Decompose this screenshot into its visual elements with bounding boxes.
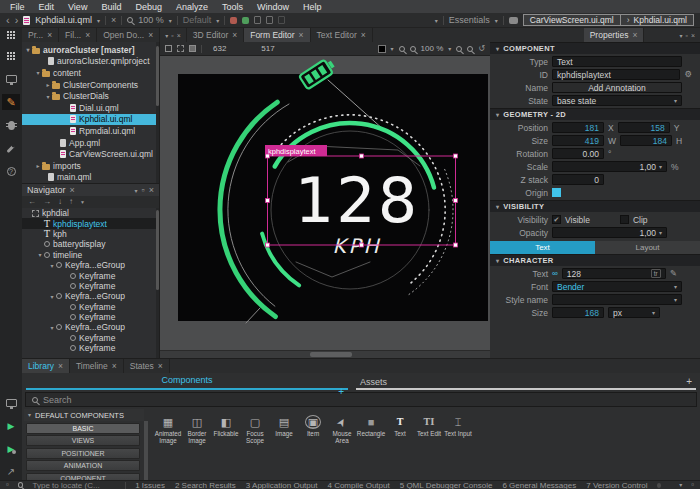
navigator-item[interactable]: Keyframe xyxy=(22,333,159,343)
component-item[interactable]: Text xyxy=(386,415,414,445)
zoom-in-icon[interactable] xyxy=(410,46,416,52)
reset-view-icon[interactable] xyxy=(478,45,485,53)
collapse-icon[interactable] xyxy=(496,111,499,119)
breadcrumb-item[interactable]: CarViewScreen.ui.qml xyxy=(523,14,621,26)
text-value-field[interactable]: 128 tr xyxy=(562,268,666,279)
menu-item[interactable]: View xyxy=(61,2,94,12)
project-tree-item[interactable]: Rpmdial.ui.qml xyxy=(22,125,159,137)
chevron-down-icon[interactable] xyxy=(435,16,438,25)
chevron-down-icon[interactable] xyxy=(652,308,655,317)
expander-icon[interactable]: ▾ xyxy=(24,46,32,53)
chevron-down-icon[interactable] xyxy=(169,16,172,25)
detach-icon[interactable] xyxy=(685,32,687,39)
project-tree-item[interactable]: ▾ auroraCluster [master] xyxy=(22,44,159,56)
project-tree-item[interactable]: Dial.ui.qml xyxy=(22,102,159,114)
close-icon[interactable] xyxy=(232,31,237,40)
z-stack-field[interactable]: 0 xyxy=(552,174,604,185)
chevron-down-icon[interactable] xyxy=(216,16,219,25)
close-icon[interactable] xyxy=(691,32,695,39)
design-canvas[interactable]: 128 KPH kphdisplaytext xyxy=(160,56,490,350)
canvas-height-field[interactable]: 517 xyxy=(255,44,280,53)
edit-text-icon[interactable] xyxy=(670,269,677,278)
tab-layout[interactable]: Layout xyxy=(595,241,700,254)
forward-icon[interactable] xyxy=(15,15,19,26)
expand-output-icon[interactable] xyxy=(2,464,20,480)
snippet-icon[interactable] xyxy=(278,16,285,24)
component-item[interactable]: Text Edit xyxy=(415,415,443,445)
zoom-out-icon[interactable] xyxy=(399,46,405,52)
editor-tab[interactable]: 3D Editor xyxy=(187,28,244,42)
close-icon[interactable] xyxy=(47,31,52,40)
projects-mode-icon[interactable] xyxy=(2,140,20,156)
project-tree-item[interactable]: ▸ imports xyxy=(22,160,159,172)
project-tree-item[interactable]: App.qml xyxy=(22,137,159,149)
close-icon[interactable] xyxy=(58,362,63,371)
bottom-tab[interactable]: Library xyxy=(22,359,70,373)
state-select[interactable]: base state xyxy=(552,95,682,106)
bottom-tab[interactable]: Timeline xyxy=(70,359,124,373)
component-item[interactable]: Flickable xyxy=(212,415,240,445)
rotation-field[interactable]: 0.00 xyxy=(552,148,604,159)
panel-tab[interactable]: Fil... xyxy=(59,28,97,42)
close-icon[interactable] xyxy=(361,31,366,40)
component-item[interactable]: Focus Scope xyxy=(241,415,269,445)
chevron-down-icon[interactable] xyxy=(674,96,677,105)
expander-icon[interactable]: ▾ xyxy=(36,251,44,258)
output-pane-button[interactable]: 2 Search Results xyxy=(175,481,236,489)
locator-search-icon[interactable] xyxy=(18,482,24,488)
canvas-width-field[interactable]: 632 xyxy=(207,44,232,53)
expander-icon[interactable]: ▾ xyxy=(48,324,56,331)
font-size-field[interactable]: 168 xyxy=(552,307,604,318)
component-item[interactable]: Rectangle xyxy=(357,415,385,445)
close-icon[interactable] xyxy=(177,32,181,39)
design-mode-icon[interactable] xyxy=(2,94,20,110)
y-field[interactable]: 158 xyxy=(618,122,670,133)
chevron-down-icon[interactable] xyxy=(495,16,498,25)
tab-properties[interactable]: Properties xyxy=(584,28,645,42)
detach-icon[interactable] xyxy=(171,32,173,39)
menu-item[interactable]: Help xyxy=(296,2,329,12)
navigator-item[interactable]: kphdisplaytext xyxy=(22,218,159,228)
output-pane-button[interactable]: 1 Issues xyxy=(135,481,165,489)
chevron-down-icon[interactable] xyxy=(165,32,168,39)
section-geometry[interactable]: GEOMETRY - 2D xyxy=(490,108,700,120)
chevron-down-icon[interactable] xyxy=(674,295,677,304)
close-document-icon[interactable] xyxy=(111,16,116,25)
zoom-selection-icon[interactable] xyxy=(456,46,462,52)
expander-icon[interactable]: ▸ xyxy=(34,162,42,169)
id-field[interactable]: kphdisplaytext xyxy=(552,69,680,80)
record-icon[interactable] xyxy=(242,17,249,24)
category-pill[interactable]: BASIC xyxy=(26,423,140,434)
collapse-icon[interactable] xyxy=(28,411,31,419)
category-pill[interactable]: ANIMATION xyxy=(26,460,140,471)
chevron-down-icon[interactable] xyxy=(674,282,677,291)
navigator-item[interactable]: Keyframe xyxy=(22,343,159,353)
zoom-icon[interactable] xyxy=(127,17,133,23)
close-icon[interactable] xyxy=(85,31,90,40)
project-tree-item[interactable]: ▾ content xyxy=(22,67,159,79)
width-field[interactable]: 419 xyxy=(552,135,604,146)
show-bounds-icon[interactable] xyxy=(189,45,196,52)
project-tree-item[interactable]: ▾ ClusterDials xyxy=(22,90,159,102)
section-character[interactable]: CHARACTER xyxy=(490,254,700,266)
menu-item[interactable]: Analyze xyxy=(169,2,215,12)
chevron-down-icon[interactable] xyxy=(135,186,138,195)
chevron-down-icon[interactable] xyxy=(97,16,100,25)
panel-tab[interactable]: Pr... xyxy=(22,28,59,42)
menu-item[interactable]: Build xyxy=(94,2,128,12)
category-pill[interactable]: POSITIONER xyxy=(26,448,140,459)
chevron-down-icon[interactable] xyxy=(391,45,394,53)
type-field[interactable]: Text xyxy=(552,56,682,67)
close-icon[interactable] xyxy=(148,31,153,40)
edit-mode-icon[interactable] xyxy=(2,71,20,87)
close-icon[interactable] xyxy=(158,362,163,371)
font-size-unit-select[interactable]: px xyxy=(608,307,660,318)
component-item[interactable]: Border Image xyxy=(183,415,211,445)
navigator-item[interactable]: Keyframe xyxy=(22,312,159,322)
horizontal-scrollbar[interactable] xyxy=(160,350,490,358)
move-up-icon[interactable] xyxy=(69,198,73,206)
close-icon[interactable] xyxy=(299,31,304,40)
open-file-name[interactable]: Kphdial.ui.qml xyxy=(35,15,92,25)
add-components-icon[interactable]: + xyxy=(338,386,344,397)
navigator-item[interactable]: ▾ Keyfra...eGroup xyxy=(22,322,159,332)
